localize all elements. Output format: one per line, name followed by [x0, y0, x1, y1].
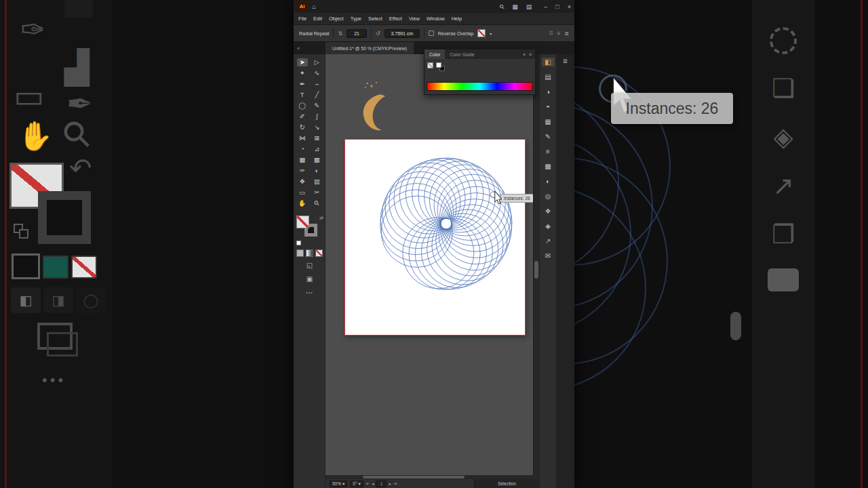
- color-guide-panel-icon[interactable]: ◓: [542, 102, 555, 111]
- arrange-documents-icon[interactable]: ▦: [512, 3, 518, 10]
- slice-tool-icon[interactable]: ✂: [311, 188, 322, 197]
- eyedropper-tool-icon[interactable]: ✑: [297, 167, 308, 175]
- pencil-tool-icon[interactable]: ✐: [297, 113, 308, 121]
- color-spectrum-bar[interactable]: [427, 82, 533, 91]
- horizontal-scrollbar-thumb[interactable]: [363, 476, 465, 479]
- artboard-number-field[interactable]: 1: [376, 481, 387, 487]
- type-tool-icon[interactable]: T: [297, 91, 308, 99]
- bg-toolbar-zone: [0, 0, 112, 488]
- brushes-panel-icon[interactable]: ✎: [542, 132, 555, 141]
- color-panel-icon[interactable]: ◑: [542, 87, 555, 96]
- curvature-tool-icon[interactable]: ⌢: [311, 80, 322, 88]
- shape-builder-tool-icon[interactable]: ◔: [297, 145, 308, 153]
- menu-effect[interactable]: Effect: [386, 16, 406, 22]
- rotate-tool-icon[interactable]: ↻: [297, 123, 308, 131]
- default-fill-stroke-icon[interactable]: [296, 241, 301, 245]
- next-artboard-icon[interactable]: ▸: [389, 481, 391, 487]
- properties-panel-icon[interactable]: ◧: [542, 58, 555, 66]
- menu-object[interactable]: Object: [326, 16, 347, 22]
- adjustments-icon[interactable]: ≣: [563, 58, 568, 64]
- vertical-scrollbar-thumb[interactable]: [534, 261, 538, 279]
- menu-select[interactable]: Select: [365, 16, 386, 22]
- layers-panel-icon[interactable]: ◈: [542, 222, 555, 230]
- symbol-sprayer-tool-icon[interactable]: ❖: [297, 178, 308, 186]
- maximize-button[interactable]: □: [555, 3, 559, 10]
- home-icon[interactable]: ⌂: [312, 3, 316, 10]
- toolbar-collapse-icon[interactable]: «: [294, 45, 303, 52]
- mesh-tool-icon[interactable]: ▦: [297, 156, 308, 164]
- hand-tool-icon[interactable]: ✋: [297, 199, 308, 207]
- magic-wand-tool-icon[interactable]: ✦: [297, 69, 308, 77]
- transparency-panel-icon[interactable]: ◐: [542, 177, 555, 186]
- instances-stepper-icon[interactable]: ⇅: [338, 30, 342, 37]
- scale-tool-icon[interactable]: ↘: [311, 123, 322, 131]
- free-transform-tool-icon[interactable]: ⊞: [311, 134, 322, 142]
- color-none-swatch[interactable]: [427, 62, 433, 68]
- lasso-tool-icon[interactable]: ∿: [311, 69, 322, 77]
- selection-tool-icon[interactable]: ➤: [297, 58, 308, 66]
- comments-panel-icon[interactable]: ✉: [542, 251, 555, 260]
- ellipse-tool-icon[interactable]: ◯: [297, 102, 308, 110]
- edit-toolbar-dots[interactable]: •••: [294, 290, 326, 295]
- swap-fill-stroke-icon[interactable]: ⇄: [319, 216, 323, 221]
- screen-mode-icon[interactable]: ▣: [294, 275, 326, 283]
- menu-view[interactable]: View: [406, 16, 423, 22]
- search-icon[interactable]: ⚲: [498, 3, 506, 11]
- tab-color[interactable]: Color: [425, 49, 445, 59]
- symbols-panel-icon[interactable]: ❖: [542, 207, 555, 216]
- menu-help[interactable]: Help: [448, 16, 465, 22]
- color-fill-swatch[interactable]: [436, 62, 441, 68]
- previous-artboard-icon[interactable]: ◂: [372, 481, 374, 487]
- stroke-panel-icon[interactable]: ≡: [542, 147, 555, 156]
- menu-file[interactable]: File: [295, 16, 310, 22]
- libraries-panel-icon[interactable]: ▤: [542, 73, 555, 81]
- horizontal-scrollbar[interactable]: [326, 475, 539, 479]
- fill-swatch-caret[interactable]: ▾: [490, 31, 492, 36]
- instances-field[interactable]: 21: [347, 29, 367, 38]
- panel-menu-icon[interactable]: ≣: [564, 30, 569, 37]
- drawing-mode-icon[interactable]: ◱: [294, 262, 326, 269]
- direct-selection-tool-icon[interactable]: ▷: [311, 58, 322, 66]
- document-tab[interactable]: Untitled-1* @ 50 % (CMYK/Preview): [326, 42, 414, 54]
- list-options-icon[interactable]: ≡: [557, 30, 561, 37]
- column-graph-tool-icon[interactable]: ▥: [311, 178, 322, 186]
- gradient-tool-icon[interactable]: ▩: [311, 156, 322, 164]
- rotation-select[interactable]: 0° ▾: [350, 481, 363, 487]
- fill-none-swatch[interactable]: [296, 216, 309, 228]
- gradient-button[interactable]: [306, 249, 313, 257]
- paintbrush-tool-icon[interactable]: ✎: [311, 102, 322, 110]
- line-tool-icon[interactable]: ╱: [311, 91, 322, 99]
- shaper-tool-icon[interactable]: ʃ: [311, 113, 322, 121]
- tab-color-guide[interactable]: Color Guide: [445, 49, 479, 59]
- first-artboard-icon[interactable]: ⇤: [366, 481, 370, 487]
- workspace-switcher-icon[interactable]: ▤: [526, 3, 532, 10]
- none-button[interactable]: [315, 249, 323, 257]
- blend-tool-icon[interactable]: ◐: [311, 167, 322, 175]
- radius-field[interactable]: 3.7591 cm: [384, 29, 420, 38]
- fill-swatch[interactable]: [477, 29, 486, 37]
- appearance-panel-icon[interactable]: ◎: [542, 192, 555, 201]
- artboard-tool-icon[interactable]: ▭: [297, 188, 308, 197]
- pen-tool-icon[interactable]: ✒: [297, 80, 308, 88]
- close-button[interactable]: ×: [568, 3, 571, 10]
- width-tool-icon[interactable]: ⋈: [297, 134, 308, 142]
- last-artboard-icon[interactable]: ⇥: [393, 481, 397, 487]
- gradient-panel-icon[interactable]: ▩: [542, 162, 555, 171]
- canvas[interactable]: Instances: 26: [326, 54, 533, 475]
- color-button[interactable]: [296, 249, 304, 257]
- asset-export-panel-icon[interactable]: ↗: [542, 237, 555, 245]
- menu-edit[interactable]: Edit: [310, 16, 326, 22]
- zoom-level-select[interactable]: 50% ▾: [330, 481, 347, 487]
- minimize-button[interactable]: –: [544, 3, 547, 10]
- vertical-scrollbar[interactable]: [533, 54, 539, 475]
- perspective-grid-tool-icon[interactable]: ⊿: [311, 145, 322, 153]
- reverse-overlap-checkbox[interactable]: [429, 30, 434, 36]
- menu-type[interactable]: Type: [347, 16, 365, 22]
- swatches-panel-icon[interactable]: ▦: [542, 117, 555, 126]
- grid-dots-icon[interactable]: ⠿: [549, 30, 553, 37]
- radius-icon[interactable]: ↺: [376, 30, 380, 37]
- menu-window[interactable]: Window: [423, 16, 448, 22]
- panel-expand-icon[interactable]: »: [523, 52, 526, 57]
- zoom-tool-icon[interactable]: ⚲: [310, 197, 323, 210]
- panel-flyout-menu-icon[interactable]: ≡: [529, 52, 532, 57]
